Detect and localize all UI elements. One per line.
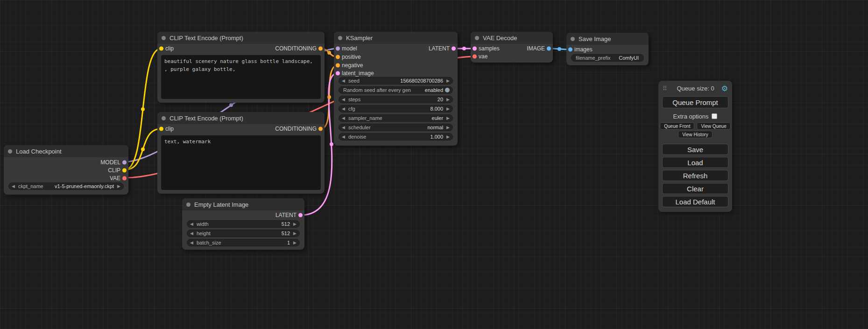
- decrement-arrow-icon[interactable]: ◀: [342, 126, 345, 130]
- queue-front-button[interactable]: Queue Front: [660, 122, 694, 130]
- collapse-dot-icon[interactable]: [162, 116, 166, 120]
- clear-button[interactable]: Clear: [662, 183, 728, 194]
- collapse-dot-icon[interactable]: [162, 36, 166, 40]
- node-title-bar[interactable]: Save Image: [566, 33, 649, 45]
- filename-prefix-widget[interactable]: filename_prefix ComfyUI: [571, 54, 644, 62]
- decrement-arrow-icon[interactable]: ◀: [190, 222, 193, 226]
- increment-arrow-icon[interactable]: ▶: [293, 231, 296, 236]
- increment-arrow-icon[interactable]: ▶: [446, 116, 450, 120]
- clip-port-icon[interactable]: [159, 47, 163, 51]
- input-samples[interactable]: samples: [471, 45, 500, 52]
- sampler-name-widget[interactable]: ◀ sampler_name euler ▶: [339, 114, 453, 122]
- vae-port-icon[interactable]: [122, 176, 127, 181]
- drag-handle-icon[interactable]: ⠿: [663, 85, 667, 92]
- increment-arrow-icon[interactable]: ▶: [446, 107, 450, 111]
- scheduler-widget[interactable]: ◀ scheduler normal ▶: [339, 124, 453, 131]
- node-clip-text-encode-positive[interactable]: CLIP Text Encode (Prompt) clip CONDITION…: [157, 32, 325, 103]
- queue-prompt-button[interactable]: Queue Prompt: [662, 96, 728, 108]
- width-widget[interactable]: ◀ width 512 ▶: [187, 220, 300, 228]
- toggle-knob-icon[interactable]: [445, 88, 450, 92]
- node-empty-latent-image[interactable]: Empty Latent Image LATENT ◀ width 512 ▶ …: [182, 198, 304, 250]
- steps-widget[interactable]: ◀ steps 20 ▶: [339, 96, 453, 103]
- node-title-bar[interactable]: VAE Decode: [471, 32, 553, 44]
- vae-port-icon[interactable]: [473, 55, 477, 59]
- model-port-icon[interactable]: [122, 161, 127, 165]
- node-load-checkpoint[interactable]: Load Checkpoint MODEL CLIP VAE ◀ ckpt_na…: [4, 145, 128, 195]
- collapse-dot-icon[interactable]: [338, 36, 342, 40]
- output-latent[interactable]: LATENT: [275, 211, 304, 219]
- output-clip[interactable]: CLIP: [108, 167, 128, 174]
- node-clip-text-encode-negative[interactable]: CLIP Text Encode (Prompt) clip CONDITION…: [157, 112, 325, 194]
- decrement-arrow-icon[interactable]: ◀: [342, 116, 345, 120]
- input-latent-image[interactable]: latent_image: [334, 70, 374, 77]
- node-title-bar[interactable]: CLIP Text Encode (Prompt): [157, 32, 325, 44]
- decrement-arrow-icon[interactable]: ◀: [342, 135, 345, 139]
- random-seed-widget[interactable]: Random seed after every gen enabled: [339, 86, 453, 94]
- queue-menu-panel[interactable]: ⠿ Queue size: 0 ⚙ Queue Prompt Extra opt…: [658, 81, 732, 212]
- decrement-arrow-icon[interactable]: ◀: [12, 184, 15, 189]
- increment-arrow-icon[interactable]: ▶: [446, 135, 450, 139]
- output-vae[interactable]: VAE: [110, 175, 128, 182]
- height-widget[interactable]: ◀ height 512 ▶: [187, 230, 300, 237]
- node-title-bar[interactable]: KSampler: [334, 32, 458, 44]
- output-conditioning[interactable]: CONDITIONING: [275, 125, 325, 133]
- view-history-button[interactable]: View History: [678, 131, 712, 138]
- increment-arrow-icon[interactable]: ▶: [293, 222, 296, 226]
- decrement-arrow-icon[interactable]: ◀: [342, 79, 345, 83]
- output-latent[interactable]: LATENT: [429, 45, 458, 52]
- input-images[interactable]: images: [566, 46, 593, 53]
- conditioning-port-icon[interactable]: [336, 55, 340, 59]
- refresh-button[interactable]: Refresh: [662, 170, 728, 181]
- input-positive[interactable]: positive: [334, 53, 361, 61]
- latent-port-icon[interactable]: [452, 47, 456, 51]
- node-vae-decode[interactable]: VAE Decode samples IMAGE vae: [471, 32, 553, 63]
- output-conditioning[interactable]: CONDITIONING: [275, 45, 325, 52]
- latent-port-icon[interactable]: [298, 213, 303, 217]
- denoise-widget[interactable]: ◀ denoise 1.000 ▶: [339, 133, 453, 140]
- image-port-icon[interactable]: [547, 47, 551, 51]
- batch-size-widget[interactable]: ◀ batch_size 1 ▶: [187, 239, 300, 246]
- increment-arrow-icon[interactable]: ▶: [117, 184, 120, 189]
- latent-port-icon[interactable]: [336, 71, 340, 76]
- decrement-arrow-icon[interactable]: ◀: [190, 241, 193, 245]
- decrement-arrow-icon[interactable]: ◀: [342, 107, 345, 111]
- load-button[interactable]: Load: [662, 157, 728, 168]
- decrement-arrow-icon[interactable]: ◀: [190, 231, 193, 236]
- save-button[interactable]: Save: [662, 144, 728, 155]
- positive-prompt-textarea[interactable]: beautiful scenery nature glass bottle la…: [161, 55, 321, 99]
- seed-widget[interactable]: ◀ seed 156680208700286 ▶: [339, 77, 453, 84]
- settings-gear-icon[interactable]: ⚙: [721, 84, 728, 93]
- collapse-dot-icon[interactable]: [571, 37, 575, 41]
- collapse-dot-icon[interactable]: [475, 36, 479, 40]
- input-clip[interactable]: clip: [157, 125, 174, 133]
- load-default-button[interactable]: Load Default: [662, 196, 728, 207]
- conditioning-port-icon[interactable]: [318, 127, 323, 131]
- model-port-icon[interactable]: [336, 47, 340, 51]
- increment-arrow-icon[interactable]: ▶: [446, 79, 450, 83]
- decrement-arrow-icon[interactable]: ◀: [342, 98, 345, 102]
- input-clip[interactable]: clip: [157, 45, 174, 52]
- latent-port-icon[interactable]: [473, 47, 477, 51]
- input-negative[interactable]: negative: [334, 62, 363, 69]
- input-model[interactable]: model: [334, 45, 357, 52]
- ckpt-name-widget[interactable]: ◀ ckpt_name v1-5-pruned-emaonly.ckpt ▶: [8, 182, 124, 190]
- node-ksampler[interactable]: KSampler model positive negative latent_…: [334, 32, 458, 146]
- node-title-bar[interactable]: CLIP Text Encode (Prompt): [157, 112, 325, 124]
- negative-prompt-textarea[interactable]: text, watermark: [161, 135, 321, 190]
- clip-port-icon[interactable]: [122, 168, 127, 173]
- cfg-widget[interactable]: ◀ cfg 8.000 ▶: [339, 105, 453, 112]
- node-save-image[interactable]: Save Image images filename_prefix ComfyU…: [566, 33, 649, 65]
- input-vae[interactable]: vae: [471, 53, 487, 60]
- node-title-bar[interactable]: Empty Latent Image: [182, 198, 304, 210]
- output-image[interactable]: IMAGE: [527, 45, 553, 52]
- increment-arrow-icon[interactable]: ▶: [293, 241, 296, 245]
- output-model[interactable]: MODEL: [100, 159, 128, 166]
- increment-arrow-icon[interactable]: ▶: [446, 98, 450, 102]
- collapse-dot-icon[interactable]: [186, 203, 191, 207]
- clip-port-icon[interactable]: [159, 127, 163, 131]
- collapse-dot-icon[interactable]: [8, 149, 12, 154]
- view-queue-button[interactable]: View Queue: [697, 122, 730, 130]
- image-port-icon[interactable]: [568, 48, 572, 52]
- increment-arrow-icon[interactable]: ▶: [446, 126, 450, 130]
- comfyui-canvas[interactable]: { "colors": { "model": "#B39DDB", "clip"…: [0, 0, 868, 329]
